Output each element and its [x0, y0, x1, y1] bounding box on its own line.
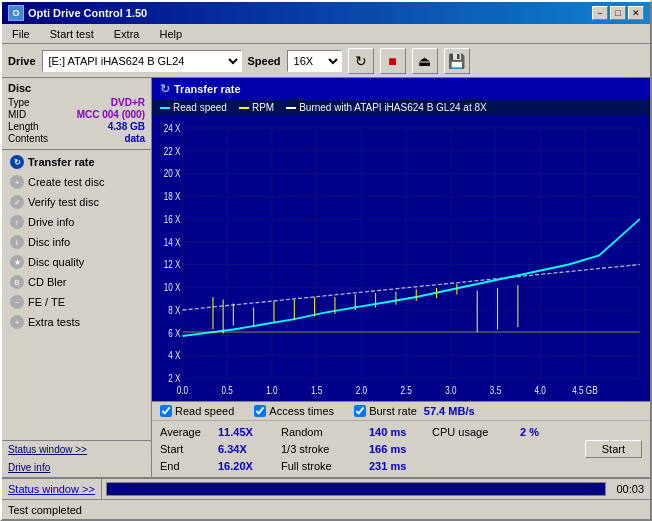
drive-info-label: Drive info: [8, 462, 50, 473]
speed-label: Speed: [248, 55, 281, 67]
menu-file[interactable]: File: [6, 27, 36, 41]
chart-container: 24 X 22 X 20 X 18 X 16 X 14 X 12 X 10 X …: [152, 115, 650, 401]
eject-button[interactable]: ⏏: [412, 48, 438, 74]
checkbox-access-times-label: Access times: [269, 405, 334, 417]
checkbox-burst-rate[interactable]: Burst rate 57.4 MB/s: [354, 405, 474, 417]
legend-burned: Burned with ATAPI iHAS624 B GL24 at 8X: [286, 102, 487, 113]
stats-row-average: Average 11.45X Random 140 ms CPU usage 2…: [160, 426, 642, 438]
checkbox-access-times[interactable]: Access times: [254, 405, 334, 417]
content-area: ↻ Transfer rate Read speed RPM Burned wi…: [152, 78, 650, 477]
close-button[interactable]: ✕: [628, 6, 644, 20]
drive-info-link[interactable]: Drive info: [2, 459, 151, 477]
legend-label-read-speed: Read speed: [173, 102, 227, 113]
svg-text:16 X: 16 X: [164, 214, 181, 225]
svg-text:12 X: 12 X: [164, 259, 181, 270]
menu-start-test[interactable]: Start test: [44, 27, 100, 41]
test-completed-bar: Test completed: [2, 499, 650, 519]
status-window-label: Status window >>: [8, 444, 87, 455]
svg-text:2 X: 2 X: [168, 373, 181, 384]
start-button[interactable]: Start: [585, 440, 642, 458]
stat-label-start: Start: [160, 443, 210, 455]
disc-key-type: Type: [8, 97, 30, 108]
svg-text:1.0: 1.0: [266, 386, 277, 397]
disc-key-mid: MID: [8, 109, 26, 120]
app-icon: O: [8, 5, 24, 21]
nav-disc-quality[interactable]: ★ Disc quality: [2, 252, 151, 272]
svg-text:0.5: 0.5: [222, 386, 233, 397]
stat-val-average: 11.45X: [218, 426, 273, 438]
refresh-button[interactable]: ↻: [348, 48, 374, 74]
title-bar-buttons: − □ ✕: [592, 6, 644, 20]
save-button[interactable]: 💾: [444, 48, 470, 74]
chart-legend: Read speed RPM Burned with ATAPI iHAS624…: [152, 100, 650, 115]
stat-label-average: Average: [160, 426, 210, 438]
nav-drive-info[interactable]: i Drive info: [2, 212, 151, 232]
speed-select[interactable]: 16X: [287, 50, 342, 72]
chart-header: ↻ Transfer rate: [152, 78, 650, 100]
stat-label-cpu: CPU usage: [432, 426, 512, 438]
transfer-rate-chart: 24 X 22 X 20 X 18 X 16 X 14 X 12 X 10 X …: [152, 115, 650, 401]
stop-button[interactable]: ■: [380, 48, 406, 74]
nav-label-create-test-disc: Create test disc: [28, 176, 104, 188]
stat-val-random: 140 ms: [369, 426, 424, 438]
window-title: Opti Drive Control 1.50: [28, 7, 147, 19]
sidebar: Disc Type DVD+R MID MCC 004 (000) Length…: [2, 78, 152, 477]
legend-label-burned: Burned with ATAPI iHAS624 B GL24 at 8X: [299, 102, 487, 113]
nav-label-disc-quality: Disc quality: [28, 256, 84, 268]
svg-text:24 X: 24 X: [164, 123, 181, 134]
checkbox-burst-rate-label: Burst rate: [369, 405, 417, 417]
nav-icon-verify-test-disc: ✓: [10, 195, 24, 209]
nav-label-fe-te: FE / TE: [28, 296, 65, 308]
disc-key-length: Length: [8, 121, 39, 132]
checkbox-access-times-input[interactable]: [254, 405, 266, 417]
checkbox-read-speed-input[interactable]: [160, 405, 172, 417]
nav-label-cd-bler: CD Bler: [28, 276, 67, 288]
menu-help[interactable]: Help: [153, 27, 188, 41]
svg-text:0.0: 0.0: [177, 386, 188, 397]
svg-text:1.5: 1.5: [311, 386, 322, 397]
nav-icon-fe-te: ~: [10, 295, 24, 309]
stats-area: Average 11.45X Random 140 ms CPU usage 2…: [152, 420, 650, 477]
nav-label-drive-info: Drive info: [28, 216, 74, 228]
stat-label-random: Random: [281, 426, 361, 438]
legend-dot-burned: [286, 107, 296, 109]
chart-icon: ↻: [160, 82, 170, 96]
nav-cd-bler[interactable]: B CD Bler: [2, 272, 151, 292]
burst-rate-value: 57.4 MB/s: [424, 405, 475, 417]
checkbox-read-speed[interactable]: Read speed: [160, 405, 234, 417]
nav-icon-create-test-disc: +: [10, 175, 24, 189]
minimize-button[interactable]: −: [592, 6, 608, 20]
svg-text:20 X: 20 X: [164, 168, 181, 179]
stat-val-full-stroke: 231 ms: [369, 460, 424, 472]
disc-row-type: Type DVD+R: [8, 97, 145, 108]
svg-text:4.5 GB: 4.5 GB: [572, 386, 597, 397]
sidebar-bottom: Status window >> Drive info: [2, 440, 151, 477]
legend-dot-rpm: [239, 107, 249, 109]
status-window-link-bottom[interactable]: Status window >>: [8, 483, 95, 495]
nav-icon-disc-info: i: [10, 235, 24, 249]
stat-val-start: 6.34X: [218, 443, 273, 455]
svg-text:22 X: 22 X: [164, 146, 181, 157]
stat-val-cpu: 2 %: [520, 426, 560, 438]
status-window-link[interactable]: Status window >>: [2, 441, 151, 459]
disc-section: Disc Type DVD+R MID MCC 004 (000) Length…: [2, 78, 151, 150]
stat-val-end: 16.20X: [218, 460, 273, 472]
nav-icon-drive-info: i: [10, 215, 24, 229]
checkbox-burst-rate-input[interactable]: [354, 405, 366, 417]
disc-title: Disc: [8, 82, 145, 94]
nav-list: ↻ Transfer rate + Create test disc ✓ Ver…: [2, 150, 151, 440]
legend-dot-read-speed: [160, 107, 170, 109]
maximize-button[interactable]: □: [610, 6, 626, 20]
menu-extra[interactable]: Extra: [108, 27, 146, 41]
nav-disc-info[interactable]: i Disc info: [2, 232, 151, 252]
nav-verify-test-disc[interactable]: ✓ Verify test disc: [2, 192, 151, 212]
nav-extra-tests[interactable]: + Extra tests: [2, 312, 151, 332]
nav-create-test-disc[interactable]: + Create test disc: [2, 172, 151, 192]
stat-label-end: End: [160, 460, 210, 472]
svg-text:4 X: 4 X: [168, 350, 181, 361]
nav-transfer-rate[interactable]: ↻ Transfer rate: [2, 152, 151, 172]
nav-fe-te[interactable]: ~ FE / TE: [2, 292, 151, 312]
disc-row-mid: MID MCC 004 (000): [8, 109, 145, 120]
drive-select[interactable]: [E:] ATAPI iHAS624 B GL24: [42, 50, 242, 72]
stat-label-1-3-stroke: 1/3 stroke: [281, 443, 361, 455]
